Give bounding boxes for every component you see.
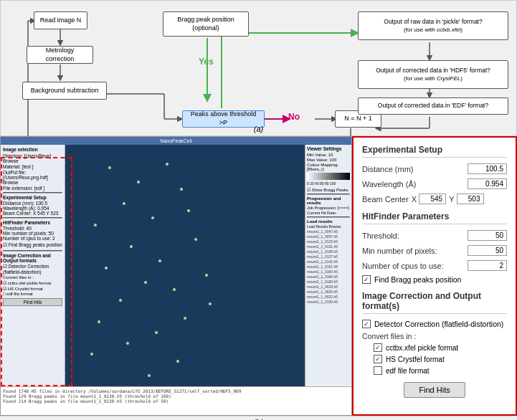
- yes-label: Yes: [199, 57, 214, 67]
- find-bragg-checkbox[interactable]: [362, 275, 371, 284]
- hs-label: HS Crystfel format: [386, 355, 445, 363]
- edf-row: edf file format: [374, 366, 507, 375]
- detector-label: Detector Correction (flatfield-distortio…: [374, 320, 503, 328]
- app-left-panel: Image selection Directory: [Users/Reus] …: [1, 145, 65, 413]
- find-hits-button[interactable]: Find Hits: [404, 382, 465, 398]
- experimental-setup-title: Experimental Setup: [362, 145, 507, 158]
- find-bragg-label: Find Bragg peaks position: [374, 275, 461, 284]
- wavelength-label: Wavelength (Å): [362, 180, 468, 188]
- beam-x-label: X: [412, 195, 417, 204]
- flowchart-container: Read image N Metrology correction Backgr…: [6, 8, 511, 140]
- distance-input[interactable]: [468, 163, 507, 174]
- distance-field-row: Distance (mm): [362, 163, 507, 174]
- num-cpus-label: Number of cpus to use:: [362, 262, 468, 270]
- hs-crystfel-row: HS Crystfel format: [374, 355, 507, 363]
- threshold-input[interactable]: [468, 230, 507, 241]
- min-pixels-field-row: Min number of pixels:: [362, 245, 507, 256]
- hs-crystfel-checkbox[interactable]: [374, 355, 382, 363]
- beam-y-input[interactable]: [457, 194, 484, 204]
- no-label: No: [288, 112, 300, 122]
- figure-label-b: (b): [0, 416, 517, 420]
- diffraction-image: [65, 145, 305, 413]
- find-hits-small-btn[interactable]: Find Hits: [3, 298, 62, 306]
- convert-label: Convert files in :: [362, 332, 507, 340]
- wavelength-input[interactable]: [468, 178, 507, 189]
- app-right-panel: Viewer Settings Min Value: 10 Max Value:…: [305, 145, 351, 413]
- flowchart-section: Read image N Metrology correction Backgr…: [0, 0, 517, 136]
- beam-x-input[interactable]: [419, 194, 446, 204]
- detector-correction-checkbox[interactable]: [362, 320, 371, 328]
- app-body: Image selection Directory: [Users/Reus] …: [1, 145, 351, 413]
- beam-center-row: Beam Center X Y: [362, 194, 507, 204]
- background-node: Background subtraction: [22, 82, 107, 100]
- min-pixels-input[interactable]: [468, 245, 507, 256]
- correction-title: Image Correction and Output format(s): [362, 291, 507, 314]
- screenshot-panel: NanoPeakCell Image selection Directory: …: [0, 136, 352, 416]
- figure-label-a: (a): [1, 123, 516, 135]
- distance-label: Distance (mm): [362, 165, 468, 173]
- beam-y-label: Y: [449, 195, 454, 204]
- bottom-section: NanoPeakCell Image selection Directory: …: [0, 136, 517, 416]
- app-title: NanoPeakCell: [1, 137, 351, 145]
- log-section: Found 1748 H5 files in directory /Volume…: [1, 386, 351, 415]
- beam-center-label: Beam Center: [362, 195, 409, 204]
- metrology-node: Metrology correction: [27, 46, 93, 64]
- wavelength-field-row: Wavelength (Å): [362, 178, 507, 189]
- hitfinder-title: HitFinder Parameters: [362, 211, 507, 224]
- find-bragg-row: Find Bragg peaks position: [362, 275, 507, 284]
- num-cpus-field-row: Number of cpus to use:: [362, 260, 507, 271]
- expanded-panel: Experimental Setup Distance (mm) Wavelen…: [352, 136, 517, 416]
- app-simulation: NanoPeakCell Image selection Directory: …: [1, 137, 351, 415]
- cctxb-checkbox[interactable]: [374, 343, 382, 352]
- output1-node: Output of raw data in 'pickle' format?(f…: [358, 11, 508, 40]
- num-cpus-input[interactable]: [468, 260, 507, 271]
- edf-label: edf file format: [386, 367, 430, 375]
- output3-node: Output of corrected data in 'EDF' format…: [358, 97, 508, 115]
- bragg-node: Bragg peak position (optional): [163, 11, 249, 37]
- detector-correction-row: Detector Correction (flatfield-distortio…: [362, 320, 507, 328]
- min-pixels-label: Min number of pixels:: [362, 247, 468, 255]
- threshold-field-row: Threshold:: [362, 230, 507, 241]
- edf-checkbox[interactable]: [374, 366, 382, 375]
- cctxb-row: cctbx.xfel pickle format: [374, 343, 507, 352]
- threshold-label: Threshold:: [362, 232, 468, 240]
- read-image-node: Read image N: [34, 11, 87, 29]
- output2-node: Output of corrected data in 'HDF5' forma…: [358, 60, 508, 89]
- cctxb-label: cctbx.xfel pickle format: [386, 344, 458, 352]
